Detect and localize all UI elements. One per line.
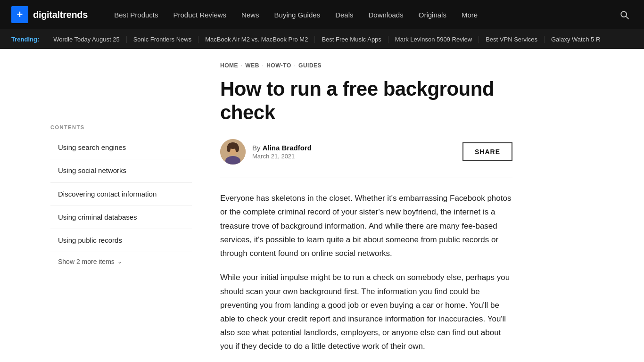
contents-item-2: Discovering contact information	[50, 183, 192, 206]
article-title: How to run a free background check	[220, 77, 512, 124]
article-date: March 21, 2021	[252, 153, 312, 160]
trending-item-0[interactable]: Wordle Today August 25	[47, 36, 126, 43]
contents-item-3: Using criminal databases	[50, 206, 192, 229]
author-meta: By Alina Bradford March 21, 2021	[252, 144, 312, 160]
trending-item-5[interactable]: Best VPN Services	[479, 36, 544, 43]
breadcrumb-howto[interactable]: HOW-TO	[266, 62, 291, 69]
nav-originals[interactable]: Originals	[411, 0, 454, 29]
breadcrumb-sep-0: ·	[241, 62, 242, 69]
nav-best-products[interactable]: Best Products	[107, 0, 165, 29]
breadcrumb-guides[interactable]: GUIDES	[298, 62, 322, 69]
breadcrumb-home[interactable]: HOME	[220, 62, 238, 69]
author-name: By Alina Bradford	[252, 144, 312, 152]
trending-bar: Trending: Wordle Today August 25 Sonic F…	[0, 29, 644, 49]
trending-item-3[interactable]: Best Free Music Apps	[314, 36, 388, 43]
author-avatar	[220, 139, 246, 165]
contents-link-3[interactable]: Using criminal databases	[58, 213, 192, 222]
article: HOME · WEB · HOW-TO · GUIDES How to run …	[192, 49, 512, 362]
nav-more[interactable]: More	[454, 0, 485, 29]
svg-point-7	[235, 145, 239, 152]
contents-label: CONTENTS	[50, 124, 192, 130]
breadcrumb-web[interactable]: WEB	[245, 62, 259, 69]
contents-list: Using search engines Using social networ…	[50, 136, 192, 252]
article-paragraph-1: Everyone has skeletons in the closet. Wh…	[220, 191, 512, 260]
share-button[interactable]: SHARE	[462, 142, 512, 161]
chevron-down-icon: ⌄	[117, 258, 122, 265]
contents-link-2[interactable]: Discovering contact information	[58, 189, 192, 199]
trending-item-2[interactable]: MacBook Air M2 vs. MacBook Pro M2	[198, 36, 314, 43]
contents-item-0: Using search engines	[50, 136, 192, 159]
svg-point-0	[621, 11, 627, 17]
author-row: By Alina Bradford March 21, 2021 SHARE	[220, 139, 512, 178]
nav-product-reviews[interactable]: Product Reviews	[166, 0, 234, 29]
sidebar: CONTENTS Using search engines Using soci…	[50, 49, 192, 362]
nav-downloads[interactable]: Downloads	[361, 0, 411, 29]
breadcrumb-sep-2: ·	[294, 62, 296, 69]
contents-link-4[interactable]: Using public records	[58, 236, 192, 245]
logo-text: digitaltrends	[33, 9, 88, 20]
search-icon[interactable]	[616, 10, 633, 19]
contents-item-4: Using public records	[50, 229, 192, 252]
trending-item-6[interactable]: Galaxy Watch 5 R	[544, 36, 607, 43]
top-nav: + digitaltrends Best Products Product Re…	[0, 0, 644, 29]
trending-item-4[interactable]: Mark Levinson 5909 Review	[388, 36, 479, 43]
contents-item-1: Using social networks	[50, 159, 192, 182]
trending-item-1[interactable]: Sonic Frontiers News	[126, 36, 198, 43]
show-more-button[interactable]: Show 2 more items ⌄	[50, 252, 192, 265]
article-body: Everyone has skeletons in the closet. Wh…	[220, 191, 512, 354]
logo-link[interactable]: + digitaltrends	[11, 6, 88, 23]
nav-news[interactable]: News	[234, 0, 267, 29]
nav-buying-guides[interactable]: Buying Guides	[267, 0, 328, 29]
author-name-text: Alina Bradford	[263, 144, 312, 152]
author-info: By Alina Bradford March 21, 2021	[220, 139, 312, 165]
nav-deals[interactable]: Deals	[328, 0, 361, 29]
breadcrumb-sep-1: ·	[262, 62, 264, 69]
nav-links: Best Products Product Reviews News Buyin…	[107, 0, 616, 29]
breadcrumb: HOME · WEB · HOW-TO · GUIDES	[220, 62, 512, 69]
svg-line-1	[626, 16, 628, 19]
by-label: By	[252, 144, 263, 152]
main-container: CONTENTS Using search engines Using soci…	[39, 49, 605, 362]
show-more-label: Show 2 more items	[58, 258, 115, 265]
article-paragraph-2: While your initial impulse might be to r…	[220, 271, 512, 353]
trending-label: Trending:	[11, 36, 39, 43]
logo-icon: +	[11, 6, 28, 23]
contents-link-1[interactable]: Using social networks	[58, 166, 192, 175]
svg-point-6	[227, 145, 231, 152]
contents-link-0[interactable]: Using search engines	[58, 143, 192, 152]
